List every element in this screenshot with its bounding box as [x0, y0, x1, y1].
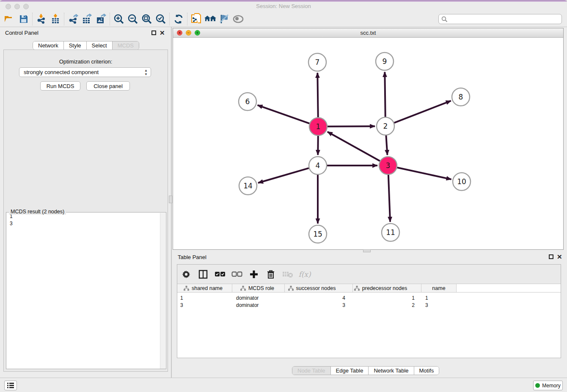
cell-predecessor-nodes[interactable]: 2 — [353, 301, 421, 309]
gear-icon[interactable] — [181, 269, 192, 280]
cell-shared-name[interactable]: 3 — [177, 301, 232, 309]
cell-shared-name[interactable]: 1 — [177, 294, 232, 301]
edge-2-9[interactable] — [385, 72, 385, 117]
cell-name[interactable]: 1 — [421, 294, 457, 301]
minimize-icon[interactable]: − — [186, 30, 191, 36]
tab-node-table[interactable]: Node Table — [292, 367, 331, 375]
two-pane-icon[interactable] — [198, 269, 209, 280]
mcds-result-box[interactable]: 1 3 — [6, 212, 166, 369]
memory-button[interactable]: Memory — [533, 381, 563, 390]
criterion-dropdown[interactable]: strongly connected component ▲▼ — [19, 67, 151, 77]
show-hidden-icon[interactable] — [231, 12, 245, 26]
vertical-splitter-handle[interactable] — [169, 196, 172, 203]
mcds-panel: Optimization criterion: strongly connect… — [3, 50, 168, 372]
tab-mcds[interactable]: MCDS — [113, 41, 139, 50]
tab-motifs[interactable]: Motifs — [414, 367, 439, 375]
delete-column-icon[interactable] — [265, 269, 276, 280]
zoom-selected-icon[interactable] — [154, 12, 168, 26]
close-panel-icon[interactable]: ✕ — [160, 30, 165, 35]
close-icon[interactable]: × — [177, 30, 182, 36]
result-scrollbar[interactable] — [160, 213, 165, 369]
edge-3-10[interactable] — [397, 168, 451, 179]
close-panel-icon[interactable]: ✕ — [557, 254, 562, 259]
search-input[interactable] — [448, 15, 561, 23]
cell-predecessor-nodes[interactable]: 1 — [353, 294, 421, 301]
horizontal-splitter-handle[interactable] — [363, 249, 371, 252]
hierarchy-icon — [288, 286, 294, 291]
node-label-8: 8 — [459, 93, 463, 101]
select-all-icon[interactable] — [215, 269, 226, 280]
add-column-icon[interactable] — [248, 269, 259, 280]
column-label: name — [432, 285, 445, 291]
edge-3-11[interactable] — [388, 175, 390, 222]
cell-successor-nodes[interactable]: 3 — [285, 301, 353, 309]
edge-2-8[interactable] — [394, 101, 451, 123]
cell-successor-nodes[interactable]: 4 — [285, 294, 353, 301]
delete-table-icon — [282, 269, 293, 280]
node-label-10: 10 — [457, 177, 466, 186]
export-image-icon[interactable] — [94, 12, 108, 26]
table-row[interactable]: 1 dominator 4 1 1 — [177, 294, 561, 301]
zoom-in-icon[interactable] — [112, 12, 126, 26]
edge-1-7[interactable] — [317, 73, 318, 117]
tab-style[interactable]: Style — [64, 41, 87, 50]
zoom-window-icon[interactable] — [23, 4, 29, 9]
new-network-from-selection-icon[interactable] — [189, 12, 203, 26]
float-panel-icon[interactable] — [549, 254, 553, 259]
first-neighbors-icon[interactable] — [203, 12, 217, 26]
tab-edge-table[interactable]: Edge Table — [331, 367, 369, 375]
tab-network[interactable]: Network — [33, 41, 64, 50]
float-panel-icon[interactable] — [151, 30, 156, 35]
control-panel-tabs: Network Style Select MCDS — [33, 41, 139, 50]
zoom-out-icon[interactable] — [126, 12, 140, 26]
edge-2-3[interactable] — [386, 135, 387, 155]
application-window: Session: New Session — [0, 0, 567, 392]
tab-network-table[interactable]: Network Table — [369, 367, 414, 375]
import-table-icon[interactable] — [48, 12, 62, 26]
node-label-4: 4 — [316, 161, 320, 170]
toolbar-separator — [169, 13, 170, 25]
column-header[interactable]: shared name — [177, 284, 232, 292]
zoom-fit-icon[interactable] — [140, 12, 154, 26]
cell-mcds-role[interactable]: dominator — [232, 301, 285, 309]
minimize-window-icon[interactable] — [14, 4, 20, 9]
column-header[interactable]: predecessor nodes — [353, 284, 421, 292]
network-canvas[interactable]: 7968124314101511 — [173, 38, 563, 250]
open-session-icon[interactable] — [3, 12, 17, 26]
task-history-button[interactable] — [4, 381, 17, 390]
search-box[interactable] — [438, 14, 562, 24]
column-header[interactable]: successor nodes — [285, 284, 353, 292]
deselect-all-icon[interactable] — [231, 269, 242, 280]
control-panel-title: Control Panel — [5, 30, 39, 36]
cell-mcds-role[interactable]: dominator — [232, 294, 285, 301]
edge-1-6[interactable] — [258, 105, 310, 123]
window-title: Session: New Session — [0, 2, 567, 11]
titlebar[interactable]: Session: New Session — [0, 2, 567, 11]
close-panel-button[interactable]: Close panel — [86, 81, 130, 91]
edge-3-1[interactable] — [328, 132, 380, 161]
tab-select[interactable]: Select — [87, 41, 113, 50]
export-table-icon[interactable] — [80, 12, 94, 26]
node-table-container: f(x) shared name MCDS role successor nod… — [177, 264, 561, 358]
cell-name[interactable]: 3 — [421, 301, 457, 309]
refresh-icon[interactable] — [171, 12, 185, 26]
edge-4-14[interactable] — [258, 168, 309, 183]
column-header[interactable]: MCDS role — [232, 284, 285, 292]
table-row[interactable]: 3 dominator 3 2 3 — [177, 301, 561, 309]
toolbar-separator — [187, 13, 187, 25]
column-header[interactable]: name — [421, 284, 457, 292]
run-mcds-button[interactable]: Run MCDS — [40, 81, 80, 91]
table-toolbar: f(x) — [177, 265, 561, 284]
edge-1-2[interactable] — [328, 126, 375, 127]
save-session-icon[interactable] — [17, 12, 30, 26]
network-window-titlebar[interactable]: × − + scc.txt — [173, 28, 563, 38]
close-window-icon[interactable] — [6, 4, 11, 9]
main-toolbar — [0, 11, 567, 27]
chevron-up-down-icon: ▲▼ — [144, 69, 148, 76]
column-label: MCDS role — [248, 285, 274, 291]
column-label: successor nodes — [296, 285, 336, 291]
zoom-icon[interactable]: + — [195, 30, 200, 36]
hide-selected-icon[interactable] — [217, 12, 231, 26]
export-network-icon[interactable] — [66, 12, 80, 26]
import-network-icon[interactable] — [34, 12, 48, 26]
